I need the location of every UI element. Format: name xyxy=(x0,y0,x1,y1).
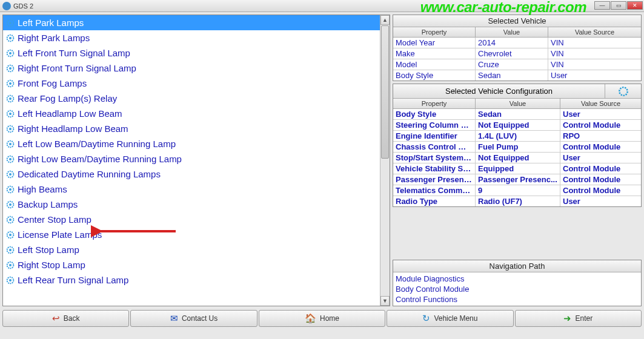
nav-item[interactable]: Control Functions xyxy=(396,294,639,304)
table-row[interactable]: Passenger Presence...Passenger Presenc..… xyxy=(393,174,641,185)
list-item[interactable]: License Plate Lamps xyxy=(3,227,380,242)
list-item[interactable]: Left Rear Turn Signal Lamp xyxy=(3,272,380,288)
cell-source: Control Module xyxy=(560,120,641,130)
cell-source: Control Module xyxy=(560,163,641,174)
gear-icon xyxy=(5,109,15,119)
list-item[interactable]: High Beams xyxy=(3,182,380,197)
function-list: Left Park LampsRight Park LampsLeft Fron… xyxy=(3,15,380,306)
cell-value: Fuel Pump xyxy=(476,142,560,152)
contact-button[interactable]: ✉ Contact Us xyxy=(130,310,257,327)
home-icon: 🏠 xyxy=(305,313,316,324)
close-button[interactable]: ✕ xyxy=(627,1,643,10)
minimize-button[interactable]: — xyxy=(594,1,610,10)
contact-label: Contact Us xyxy=(182,314,217,323)
list-item[interactable]: Right Stop Lamp xyxy=(3,257,380,272)
svg-point-23 xyxy=(9,188,12,191)
enter-icon: ➜ xyxy=(563,313,571,324)
gear-icon xyxy=(5,260,15,270)
list-item-label: Right Headlamp Low Beam xyxy=(18,123,128,134)
table-row[interactable]: Body StyleSedanUser xyxy=(393,109,641,120)
cell-property: Body Style xyxy=(393,109,476,119)
table-row[interactable]: Telematics Commun...9Control Module xyxy=(393,185,641,196)
gear-icon xyxy=(5,185,15,194)
svg-point-15 xyxy=(9,128,12,130)
list-item[interactable]: Right Front Turn Signal Lamp xyxy=(3,61,380,76)
cell-property: Passenger Presence... xyxy=(393,174,476,185)
vehicle-config-cols: Property Value Value Source xyxy=(393,99,641,109)
svg-point-27 xyxy=(9,219,12,221)
list-item[interactable]: Left Low Beam/Daytime Running Lamp xyxy=(3,136,380,151)
list-item[interactable]: Right Low Beam/Daytime Running Lamp xyxy=(3,151,380,166)
enter-label: Enter xyxy=(575,314,593,323)
cell-source: User xyxy=(560,153,641,163)
list-item-label: Backup Lamps xyxy=(18,199,78,209)
status-bar xyxy=(0,328,644,337)
table-row[interactable]: Model Year2014VIN xyxy=(393,38,641,48)
vehicle-config-header: Selected Vehicle Configuration xyxy=(393,84,641,99)
list-item[interactable]: Left Stop Lamp xyxy=(3,242,380,257)
scroll-up-button[interactable]: ▲ xyxy=(380,15,390,25)
scrollbar[interactable]: ▲ ▼ xyxy=(380,15,390,306)
maximize-button[interactable]: ▭ xyxy=(611,1,626,10)
navigation-panel: Navigation Path Module DiagnosticsBody C… xyxy=(393,260,642,306)
selected-vehicle-title: Selected Vehicle xyxy=(393,15,641,27)
list-item-label: Left Stop Lamp xyxy=(18,245,79,255)
list-item-label: Left Headlamp Low Beam xyxy=(18,108,122,119)
svg-point-3 xyxy=(9,37,12,39)
table-row[interactable]: Steering Column Lo...Not EquippedControl… xyxy=(393,120,641,131)
list-item[interactable]: Left Front Turn Signal Lamp xyxy=(3,45,380,61)
enter-button[interactable]: ➜ Enter xyxy=(515,310,642,327)
window-title: GDS 2 xyxy=(13,2,33,10)
scroll-down-button[interactable]: ▼ xyxy=(380,296,390,306)
list-item[interactable]: Right Headlamp Low Beam xyxy=(3,121,380,136)
list-item[interactable]: Left Headlamp Low Beam xyxy=(3,106,380,121)
vehicle-menu-button[interactable]: ↻ Vehicle Menu xyxy=(387,310,513,327)
table-row[interactable]: Radio TypeRadio (UF7)User xyxy=(393,196,641,206)
table-row[interactable]: Chassis Control Mo...Fuel PumpControl Mo… xyxy=(393,142,641,153)
table-row[interactable]: MakeChevroletVIN xyxy=(393,48,641,59)
cell-value: Chevrolet xyxy=(476,48,548,59)
list-item[interactable]: Left Park Lamps xyxy=(3,15,380,30)
list-item-label: Front Fog Lamps xyxy=(18,78,87,88)
list-item[interactable]: Dedicated Daytime Running Lamps xyxy=(3,166,380,182)
gear-icon xyxy=(5,94,15,104)
cell-property: Engine Identifier xyxy=(393,131,476,141)
cell-source: Control Module xyxy=(560,142,641,152)
list-item[interactable]: Rear Fog Lamp(s) Relay xyxy=(3,91,380,106)
table-row[interactable]: Engine Identifier1.4L (LUV)RPO xyxy=(393,131,641,142)
back-button[interactable]: ↩ Back xyxy=(2,310,129,327)
home-button[interactable]: 🏠 Home xyxy=(259,310,385,327)
svg-point-9 xyxy=(9,82,12,85)
list-item[interactable]: Backup Lamps xyxy=(3,197,380,212)
nav-item[interactable]: Module Diagnostics xyxy=(396,274,639,284)
cell-source: VIN xyxy=(548,48,641,59)
navigation-title: Navigation Path xyxy=(393,260,641,272)
table-row[interactable]: Body StyleSedanUser xyxy=(393,70,641,81)
list-item[interactable]: Front Fog Lamps xyxy=(3,76,380,91)
refresh-button[interactable] xyxy=(605,84,641,98)
list-item[interactable]: Right Park Lamps xyxy=(3,30,380,45)
cell-value: Not Equipped xyxy=(476,153,560,163)
cell-source: VIN xyxy=(548,59,641,70)
cell-value: Cruze xyxy=(476,59,548,70)
reload-icon: ↻ xyxy=(422,313,430,324)
header-value: Value xyxy=(476,27,548,37)
home-label: Home xyxy=(320,314,339,323)
cell-property: Make xyxy=(393,48,476,59)
table-row[interactable]: ModelCruzeVIN xyxy=(393,59,641,70)
table-row[interactable]: Stop/Start System (K...Not EquippedUser xyxy=(393,153,641,163)
svg-point-33 xyxy=(9,264,12,266)
scroll-thumb[interactable] xyxy=(381,25,389,159)
cell-source: User xyxy=(548,70,641,81)
cell-source: Control Module xyxy=(560,185,641,196)
selected-vehicle-rows: Model Year2014VINMakeChevroletVINModelCr… xyxy=(393,38,641,81)
list-item-label: Left Park Lamps xyxy=(18,18,84,28)
list-item[interactable]: Center Stop Lamp xyxy=(3,212,380,227)
table-row[interactable]: Vehicle Stability Sys...EquippedControl … xyxy=(393,163,641,174)
list-item-label: Dedicated Daytime Running Lamps xyxy=(18,169,161,179)
list-item-label: Right Front Turn Signal Lamp xyxy=(18,63,136,73)
cell-source: Control Module xyxy=(560,174,641,185)
nav-item[interactable]: Body Control Module xyxy=(396,284,639,294)
cell-property: Body Style xyxy=(393,70,476,81)
vehicle-config-title: Selected Vehicle Configuration xyxy=(393,84,605,98)
